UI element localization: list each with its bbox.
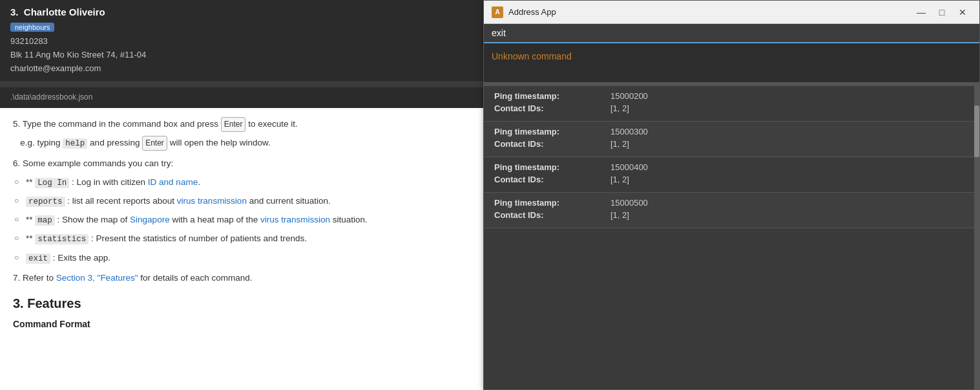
- ping-timestamp-value: 15000200: [610, 91, 648, 101]
- ping-timestamp-value: 15000500: [610, 198, 648, 208]
- window-controls: — □ ✕: [912, 6, 972, 19]
- login-cmd: Log In: [35, 178, 69, 188]
- app-icon: A: [492, 6, 503, 18]
- contact-ids-label: Contact IDs:: [494, 139, 610, 149]
- contact-ids-value: [1, 2]: [610, 139, 629, 149]
- ping-timestamp-row: Ping timestamp: 15000400: [494, 162, 969, 172]
- map-cmd: map: [35, 215, 55, 226]
- unknown-command-message: Unknown command: [492, 51, 572, 61]
- ping-entry: Ping timestamp: 15000500 Contact IDs: [1…: [484, 193, 979, 228]
- contact-phone: 93210283: [10, 35, 474, 49]
- step-5: 5. Type the command in the command box a…: [13, 117, 472, 151]
- contact-name: 3. Charlotte Oliveiro: [10, 6, 474, 17]
- ping-entry: Ping timestamp: 15000300 Contact IDs: [1…: [484, 122, 979, 157]
- step7-prefix: 7. Refer to: [13, 273, 54, 283]
- list-item: exit : Exits the app.: [26, 251, 472, 266]
- ping-timestamp-row: Ping timestamp: 15000500: [494, 198, 969, 208]
- ping-timestamp-label: Ping timestamp:: [494, 127, 610, 136]
- id-link: ID and name: [148, 177, 198, 187]
- step5-eg: e.g. typing help and pressing Enter will…: [13, 136, 472, 151]
- contact-ids-row: Contact IDs: [1, 2]: [494, 139, 969, 149]
- step7-text: 7. Refer to Section 3, "Features" for de…: [13, 271, 472, 286]
- singapore-link: Singapore: [130, 215, 170, 224]
- step7-suffix: for details of each command.: [140, 273, 252, 283]
- step5-text2: to execute it.: [248, 119, 298, 129]
- features-link: Section 3, "Features": [56, 273, 138, 283]
- ping-timestamp-value: 15000400: [610, 162, 648, 172]
- contact-ids-row: Contact IDs: [1, 2]: [494, 103, 969, 113]
- contact-ids-value: [1, 2]: [610, 103, 629, 113]
- list-item: ** Log In : Log in with citizen ID and n…: [26, 175, 472, 190]
- filepath: .\data\addressbook.json: [0, 90, 485, 108]
- ping-timestamp-row: Ping timestamp: 15000200: [494, 91, 969, 101]
- scrollbar-indicator: [0, 82, 485, 87]
- window-title: Address App: [508, 7, 912, 17]
- eg-text3: will open the help window.: [170, 138, 271, 147]
- contact-address: Blk 11 Ang Mo Kio Street 74, #11-04: [10, 49, 474, 62]
- minimize-button[interactable]: —: [912, 6, 930, 19]
- ping-timestamp-label: Ping timestamp:: [494, 198, 610, 208]
- contact-ids-row: Contact IDs: [1, 2]: [494, 175, 969, 184]
- section-3-heading: 3. Features: [13, 292, 472, 314]
- ping-timestamp-label: Ping timestamp:: [494, 162, 610, 172]
- commands-list: ** Log In : Log in with citizen ID and n…: [13, 175, 472, 266]
- command-input[interactable]: [492, 28, 972, 38]
- step6-text: 6. Some example commands you can try:: [13, 157, 472, 171]
- window-titlebar: A Address App — □ ✕: [484, 1, 979, 24]
- ping-timestamp-value: 15000300: [610, 127, 648, 136]
- maximize-button[interactable]: □: [933, 6, 951, 19]
- statistics-cmd: statistics: [35, 234, 89, 244]
- left-panel: 3. Charlotte Oliveiro neighbours 9321028…: [0, 0, 485, 390]
- contact-ids-label: Contact IDs:: [494, 210, 610, 220]
- enter-key-1: Enter: [221, 117, 246, 131]
- contact-email: charlotte@example.com: [10, 62, 474, 76]
- command-input-area[interactable]: [484, 24, 979, 43]
- enter-key-2: Enter: [142, 136, 167, 150]
- step5-line1: 5. Type the command in the command box a…: [13, 117, 472, 132]
- eg-text: e.g. typing: [20, 138, 60, 147]
- contact-ids-label: Contact IDs:: [494, 103, 610, 113]
- scrollbar-thumb[interactable]: [974, 105, 979, 157]
- command-format-heading: Command Format: [13, 317, 472, 332]
- list-item: reports : list all recent reports about …: [26, 194, 472, 209]
- output-area: Unknown command: [484, 43, 979, 82]
- list-item: ** map : Show the map of Singapore with …: [26, 213, 472, 228]
- help-cmd: help: [63, 138, 87, 149]
- address-app-window: A Address App — □ ✕ Unknown command Ping…: [483, 0, 980, 390]
- close-button[interactable]: ✕: [954, 6, 972, 19]
- neighbours-tag: neighbours: [10, 23, 54, 32]
- contact-full-name: Charlotte Oliveiro: [24, 6, 105, 17]
- help-content: 5. Type the command in the command box a…: [0, 108, 485, 390]
- ping-timestamp-label: Ping timestamp:: [494, 91, 610, 101]
- virus-map-link: virus transmission: [260, 215, 330, 224]
- cmd-prefix-1: **: [26, 177, 35, 187]
- eg-text2: and pressing: [90, 138, 140, 147]
- ping-list[interactable]: Ping timestamp: 15000200 Contact IDs: [1…: [484, 86, 979, 389]
- exit-cmd: exit: [26, 254, 50, 264]
- virus-link: virus transmission: [177, 196, 247, 206]
- step-7: 7. Refer to Section 3, "Features" for de…: [13, 271, 472, 286]
- reports-cmd: reports: [26, 197, 65, 207]
- app-icon-letter: A: [495, 8, 499, 16]
- contact-number: 3.: [10, 6, 19, 17]
- ping-entry: Ping timestamp: 15000200 Contact IDs: [1…: [484, 86, 979, 122]
- contact-ids-value: [1, 2]: [610, 175, 629, 184]
- contact-ids-row: Contact IDs: [1, 2]: [494, 210, 969, 220]
- contact-card: 3. Charlotte Oliveiro neighbours 9321028…: [0, 0, 485, 82]
- scrollbar-track[interactable]: [974, 86, 979, 389]
- step-6: 6. Some example commands you can try: **…: [13, 157, 472, 266]
- contact-ids-label: Contact IDs:: [494, 175, 610, 184]
- contact-ids-value: [1, 2]: [610, 210, 629, 220]
- step5-text: 5. Type the command in the command box a…: [13, 119, 218, 129]
- ping-entry: Ping timestamp: 15000400 Contact IDs: [1…: [484, 157, 979, 193]
- ping-timestamp-row: Ping timestamp: 15000300: [494, 127, 969, 136]
- list-item: ** statistics : Present the statistics o…: [26, 232, 472, 246]
